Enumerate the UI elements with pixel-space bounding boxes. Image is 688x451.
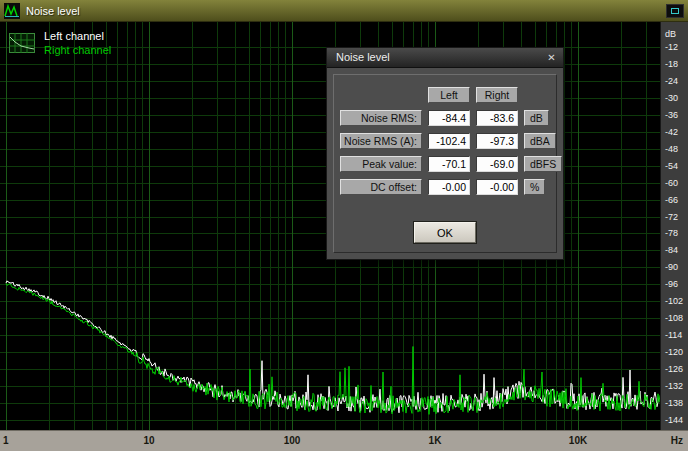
x-tick-label: 1K xyxy=(429,431,442,451)
y-tick-label: -138 xyxy=(665,398,683,408)
y-tick-label: -132 xyxy=(665,381,683,391)
dc-offset-left-value: -0.00 xyxy=(428,179,470,195)
dialog-content-frame: Left Right Noise RMS: -84.4 -83.6 dB Noi… xyxy=(333,74,557,253)
y-tick-label: -90 xyxy=(665,262,678,272)
legend: Left channel Right channel xyxy=(9,29,111,57)
y-tick-label: -72 xyxy=(665,212,678,222)
y-tick-label: -108 xyxy=(665,313,683,323)
y-tick-label: -114 xyxy=(665,330,682,340)
x-tick-label: 1 xyxy=(3,431,9,451)
y-tick-label: -102 xyxy=(665,296,683,306)
spacer xyxy=(524,87,562,103)
column-header-left: Left xyxy=(428,87,470,103)
results-table: Left Right Noise RMS: -84.4 -83.6 dB Noi… xyxy=(340,87,550,195)
y-tick-label: -42 xyxy=(665,127,678,137)
y-tick-label: -60 xyxy=(665,178,678,188)
y-tick-label: -12 xyxy=(665,42,678,52)
noise-rms-label: Noise RMS: xyxy=(340,110,422,126)
noise-rms-a-left-value: -102.4 xyxy=(428,133,470,149)
right-channel-curve xyxy=(6,283,660,414)
y-axis: dB-12-18-24-30-36-42-48-54-60-66-72-78-8… xyxy=(660,22,688,430)
peak-value-label: Peak value: xyxy=(340,156,422,172)
dc-offset-unit: % xyxy=(524,179,545,195)
y-tick-label: -126 xyxy=(665,364,683,374)
noise-rms-a-right-value: -97.3 xyxy=(476,133,518,149)
noise-rms-a-unit: dBA xyxy=(524,133,556,149)
y-tick-label: -120 xyxy=(665,347,683,357)
x-tick-label: 10 xyxy=(143,431,154,451)
y-tick-label: -96 xyxy=(665,279,678,289)
noise-rms-right-value: -83.6 xyxy=(476,110,518,126)
y-axis-unit: dB xyxy=(665,29,676,39)
legend-right-channel: Right channel xyxy=(44,43,111,57)
close-button[interactable]: ✕ xyxy=(544,50,559,65)
dialog-titlebar[interactable]: Noise level ✕ xyxy=(327,48,563,68)
app-window: Noise level Left channel Right channel d… xyxy=(0,0,688,451)
spacer xyxy=(340,87,422,103)
y-tick-label: -78 xyxy=(665,228,678,238)
minimize-icon xyxy=(671,8,679,14)
y-tick-label: -36 xyxy=(665,110,678,120)
x-axis: 1101001K10KHz xyxy=(0,430,688,451)
peak-value-left-value: -70.1 xyxy=(428,156,470,172)
dc-offset-right-value: -0.00 xyxy=(476,179,518,195)
dialog-title: Noise level xyxy=(336,51,390,63)
y-tick-label: -66 xyxy=(665,195,678,205)
peak-value-right-value: -69.0 xyxy=(476,156,518,172)
y-tick-label: -48 xyxy=(665,144,678,154)
legend-left-channel: Left channel xyxy=(44,29,111,43)
y-tick-label: -30 xyxy=(665,93,678,103)
window-title: Noise level xyxy=(26,5,80,17)
y-tick-label: -144 xyxy=(665,415,683,425)
peak-value-unit: dBFS xyxy=(524,156,562,172)
x-tick-label: 100 xyxy=(284,431,301,451)
noise-level-dialog: Noise level ✕ Left Right Noise RMS: -84.… xyxy=(326,47,564,260)
y-tick-label: -84 xyxy=(665,245,678,255)
noise-rms-unit: dB xyxy=(524,110,549,126)
ok-button[interactable]: OK xyxy=(414,222,476,243)
app-icon xyxy=(4,3,20,19)
noise-rms-left-value: -84.4 xyxy=(428,110,470,126)
noise-rms-a-label: Noise RMS (A): xyxy=(340,133,422,149)
y-tick-label: -24 xyxy=(665,76,678,86)
legend-chart-icon xyxy=(9,33,35,53)
window-titlebar[interactable]: Noise level xyxy=(0,0,688,22)
dc-offset-label: DC offset: xyxy=(340,179,422,195)
y-tick-label: -54 xyxy=(665,161,678,171)
x-axis-unit: Hz xyxy=(671,431,683,451)
column-header-right: Right xyxy=(476,87,518,103)
close-icon: ✕ xyxy=(547,52,555,63)
x-tick-label: 10K xyxy=(569,431,587,451)
y-tick-label: -18 xyxy=(665,59,678,69)
minimize-button[interactable] xyxy=(666,4,684,18)
